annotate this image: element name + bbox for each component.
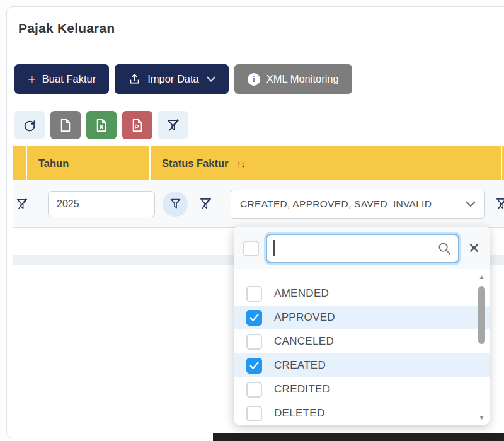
xml-monitoring-button[interactable]: i XML Monitoring	[234, 64, 352, 94]
scroll-down-icon[interactable]: ▼	[479, 414, 485, 421]
scroll-up-icon[interactable]: ▲	[479, 273, 485, 281]
filter-slash-icon[interactable]	[495, 197, 504, 211]
column-header-tahun[interactable]: Tahun	[26, 146, 149, 180]
plus-icon: +	[28, 72, 36, 86]
page-title: Pajak Keluaran	[18, 21, 498, 36]
create-invoice-button[interactable]: + Buat Faktur	[14, 64, 109, 94]
card-header: Pajak Keluaran	[7, 7, 504, 50]
filter-slash-icon	[198, 197, 213, 211]
apply-filter-button[interactable]	[163, 192, 188, 217]
option-amended[interactable]: AMENDED	[234, 282, 490, 306]
checkbox[interactable]	[246, 406, 262, 421]
xml-monitoring-label: XML Monitoring	[266, 73, 339, 85]
info-icon: i	[248, 73, 260, 86]
filter-slash-icon[interactable]	[15, 197, 29, 211]
filter-slash-icon	[166, 118, 181, 133]
export-csv-button[interactable]	[50, 111, 81, 139]
dropdown-scrollbar[interactable]: ▲ ▼	[477, 273, 486, 421]
checkbox[interactable]	[246, 358, 262, 374]
option-created[interactable]: CREATED	[234, 353, 490, 377]
option-credited[interactable]: CREDITED	[234, 377, 490, 401]
option-deleted[interactable]: DELETED	[234, 401, 490, 425]
action-button-row: + Buat Faktur Impor Data i XML Monitorin…	[14, 64, 502, 94]
close-icon[interactable]: ✕	[468, 241, 480, 256]
dropdown-option-list: AMENDED APPROVED CANCELED CREATED CREDIT…	[234, 269, 490, 425]
refresh-icon	[23, 118, 37, 132]
table-header-row: Tahun Status Faktur ↑↓	[13, 146, 504, 180]
export-pdf-button[interactable]	[122, 111, 152, 139]
chevron-down-icon	[207, 76, 215, 82]
tahun-filter-input[interactable]	[48, 191, 155, 217]
refresh-button[interactable]	[14, 111, 45, 139]
export-excel-button[interactable]	[86, 111, 117, 139]
table-filter-row: CREATED, APPROVED, SAVED_INVALID	[13, 180, 504, 228]
column-header-status-faktur[interactable]: Status Faktur ↑↓	[149, 146, 501, 180]
sort-icon[interactable]: ↑↓	[236, 158, 244, 169]
select-all-checkbox[interactable]	[243, 241, 259, 256]
search-icon	[437, 241, 452, 256]
file-pdf-icon	[131, 118, 144, 132]
status-dropdown-panel: ✕ AMENDED APPROVED CANCELED CREATED	[234, 227, 490, 425]
checkbox[interactable]	[246, 334, 262, 350]
checkbox[interactable]	[246, 382, 262, 398]
clear-tahun-filter-button[interactable]	[197, 195, 214, 213]
file-excel-icon	[95, 118, 108, 132]
create-invoice-label: Buat Faktur	[42, 73, 96, 85]
clear-filters-button[interactable]	[158, 111, 188, 139]
import-data-button[interactable]: Impor Data	[115, 64, 229, 94]
export-toolbar	[14, 111, 502, 139]
option-approved[interactable]: APPROVED	[234, 306, 490, 329]
filter-icon	[169, 197, 182, 210]
dropdown-search	[266, 234, 459, 263]
status-select-value: CREATED, APPROVED, SAVED_INVALID	[240, 198, 466, 210]
upload-icon	[128, 72, 141, 86]
status-faktur-multiselect[interactable]: CREATED, APPROVED, SAVED_INVALID	[231, 190, 485, 219]
file-icon	[59, 118, 72, 132]
option-canceled[interactable]: CANCELED	[234, 329, 490, 353]
scrollbar-thumb[interactable]	[478, 286, 485, 344]
chevron-down-icon	[466, 201, 476, 207]
dropdown-search-input[interactable]	[266, 234, 459, 263]
text-cursor	[273, 240, 275, 256]
bottom-dark-bar	[213, 433, 504, 441]
checkbox[interactable]	[246, 286, 262, 302]
import-data-label: Impor Data	[147, 73, 199, 85]
dropdown-header: ✕	[234, 227, 490, 269]
checkbox[interactable]	[246, 310, 262, 326]
column-header-next	[501, 146, 504, 180]
column-header-empty	[13, 146, 26, 180]
